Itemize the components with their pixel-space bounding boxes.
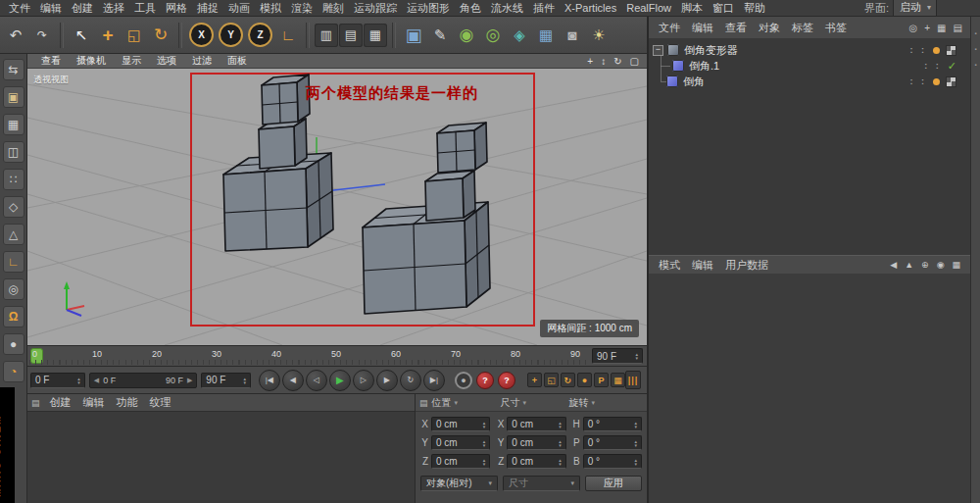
make-editable-icon[interactable]: ⇆ [3, 59, 24, 80]
checker-icon[interactable] [946, 76, 956, 87]
camera-button[interactable]: ◙ [560, 22, 585, 49]
goto-prev-key-button[interactable]: ◀ [282, 370, 304, 391]
move-tool-button[interactable]: + [95, 22, 121, 49]
stepper-icon[interactable] [483, 421, 486, 428]
viewport-menu-display[interactable]: 显示 [114, 54, 149, 68]
menu-edit[interactable]: 编辑 [35, 1, 67, 16]
stepper-icon[interactable] [559, 421, 562, 428]
position-y-field[interactable]: 0 cm [431, 435, 490, 450]
stepper-icon[interactable] [243, 377, 246, 384]
layer-dot-icon[interactable] [933, 78, 940, 85]
position-z-field[interactable]: 0 cm [431, 454, 490, 469]
menu-tools[interactable]: 工具 [129, 1, 161, 16]
object-label[interactable]: 倒角变形器 [684, 43, 738, 58]
autokeying-button[interactable]: ? [476, 372, 494, 389]
om-menu-objects[interactable]: 对象 [753, 21, 786, 35]
apply-button[interactable]: 应用 [585, 476, 642, 491]
undo-button[interactable]: ↶ [3, 22, 28, 49]
texture-mode-icon[interactable]: ▦ [3, 114, 24, 135]
mat-menu-create[interactable]: 创建 [44, 395, 77, 410]
stepper-icon[interactable] [483, 439, 486, 447]
keyframe-presets-button[interactable]: ▦ [611, 373, 625, 387]
dolly-icon[interactable]: ↕ [601, 56, 606, 67]
stepper-icon[interactable] [635, 352, 638, 360]
viewport-canvas[interactable] [27, 69, 647, 345]
rotation-b-field[interactable]: 0 ° [583, 454, 642, 469]
axis-mode-icon[interactable]: ∟ [3, 251, 24, 273]
collapse-icon[interactable]: − [653, 45, 663, 56]
y-axis-lock-button[interactable]: Y [219, 23, 243, 47]
attr-menu-edit[interactable]: 编辑 [686, 258, 719, 273]
tab-marker-icon[interactable]: ▪ [974, 30, 976, 36]
visibility-dots-icon[interactable]: : : [910, 76, 928, 86]
menu-pipeline[interactable]: 流水线 [486, 1, 528, 16]
tree-row-bevel[interactable]: 倒角 : : [649, 74, 970, 89]
menu-mesh[interactable]: 网格 [161, 1, 192, 16]
slider-left-arrow-icon[interactable]: ◀ [94, 377, 99, 384]
render-view-button[interactable]: ▥ [315, 24, 338, 47]
ruler[interactable]: 0 10 20 30 40 50 60 70 80 90 [27, 346, 588, 366]
menu-realflow[interactable]: RealFlow [621, 2, 676, 14]
point-mode-icon[interactable]: ∷ [3, 169, 24, 190]
coordinate-system-button[interactable]: ∟ [275, 22, 301, 49]
object-label[interactable]: 倒角.1 [689, 59, 719, 74]
goto-next-key-button[interactable]: ▶ [376, 370, 398, 391]
size-x-field[interactable]: 0 cm [507, 417, 565, 431]
z-axis-lock-button[interactable]: Z [248, 23, 272, 47]
record-rotation-toggle[interactable]: ↻ [561, 373, 575, 387]
redo-button[interactable]: ↷ [29, 22, 55, 49]
size-mode-dropdown[interactable]: 尺寸 [503, 476, 580, 491]
target-icon[interactable]: + [924, 23, 930, 33]
size-z-field[interactable]: 0 cm [507, 454, 565, 469]
slider-right-arrow-icon[interactable]: ▶ [187, 377, 192, 384]
tab-marker-icon[interactable]: ▪ [974, 62, 976, 68]
play-loop-button[interactable]: ↻ [400, 370, 421, 391]
menu-animate[interactable]: 动画 [223, 1, 255, 16]
layer-dot-icon[interactable] [933, 47, 940, 54]
mat-menu-function[interactable]: 功能 [111, 395, 144, 410]
panel-menu-icon[interactable]: ▤ [31, 398, 40, 408]
menu-plugins[interactable]: 插件 [528, 1, 560, 16]
rotation-p-field[interactable]: 0 ° [583, 435, 642, 450]
menu-simulate[interactable]: 模拟 [255, 1, 286, 16]
tree-row-bevel-1[interactable]: 倒角.1 : : ✓ [649, 58, 970, 74]
checker-icon[interactable] [946, 45, 956, 56]
object-label[interactable]: 倒角 [683, 75, 705, 89]
stepper-icon[interactable] [634, 421, 637, 428]
mat-menu-texture[interactable]: 纹理 [144, 395, 177, 410]
viewport-menu-cameras[interactable]: 摄像机 [69, 54, 114, 68]
record-dot-icon[interactable]: ◉ [937, 260, 945, 270]
viewport-menu-filter[interactable]: 过滤 [184, 54, 220, 68]
back-icon[interactable]: ◀ [890, 260, 897, 270]
size-header-dropdown[interactable]: 尺寸 [501, 396, 569, 410]
keyframe-selection-button[interactable]: ? [498, 372, 515, 389]
record-parameter-toggle[interactable]: ● [577, 373, 592, 387]
goto-prev-frame-button[interactable]: ◁ [306, 370, 327, 391]
rotate-tool-button[interactable]: ↻ [148, 22, 173, 49]
deformer-button[interactable]: ◈ [507, 22, 532, 49]
menu-create[interactable]: 创建 [67, 1, 98, 16]
visibility-dots-icon[interactable]: : : [910, 45, 928, 55]
pan-icon[interactable]: + [587, 56, 593, 67]
model-mode-icon[interactable]: ▣ [3, 86, 24, 108]
stepper-icon[interactable] [483, 458, 486, 466]
menu-file[interactable]: 文件 [4, 1, 35, 16]
visibility-dots-icon[interactable]: : : [924, 61, 942, 71]
grid-icon[interactable]: ▦ [952, 260, 960, 270]
goto-start-button[interactable]: |◀ [259, 370, 280, 391]
stepper-icon[interactable] [634, 458, 637, 466]
menu-motion-tracker[interactable]: 运动跟踪 [349, 1, 402, 16]
subdivision-surface-button[interactable]: ◉ [454, 22, 479, 49]
interface-dropdown[interactable]: 启动 [893, 0, 937, 17]
grid-icon[interactable]: ▦ [937, 23, 946, 33]
stepper-icon[interactable] [559, 439, 562, 447]
c4d-swirl-icon[interactable]: ◔ [3, 361, 24, 382]
menu-select[interactable]: 选择 [98, 1, 129, 16]
live-selection-tool-button[interactable]: ↖ [69, 22, 94, 49]
timeline-ruler[interactable]: 0 10 20 30 40 50 60 70 80 90 90 F [27, 345, 647, 367]
add-cube-button[interactable]: ▣ [401, 22, 426, 49]
timeline-end-field[interactable]: 90 F [592, 348, 643, 364]
stepper-icon[interactable] [634, 439, 637, 447]
position-header-dropdown[interactable]: 位置 [432, 396, 501, 410]
generator-button[interactable]: ◎ [480, 22, 506, 49]
